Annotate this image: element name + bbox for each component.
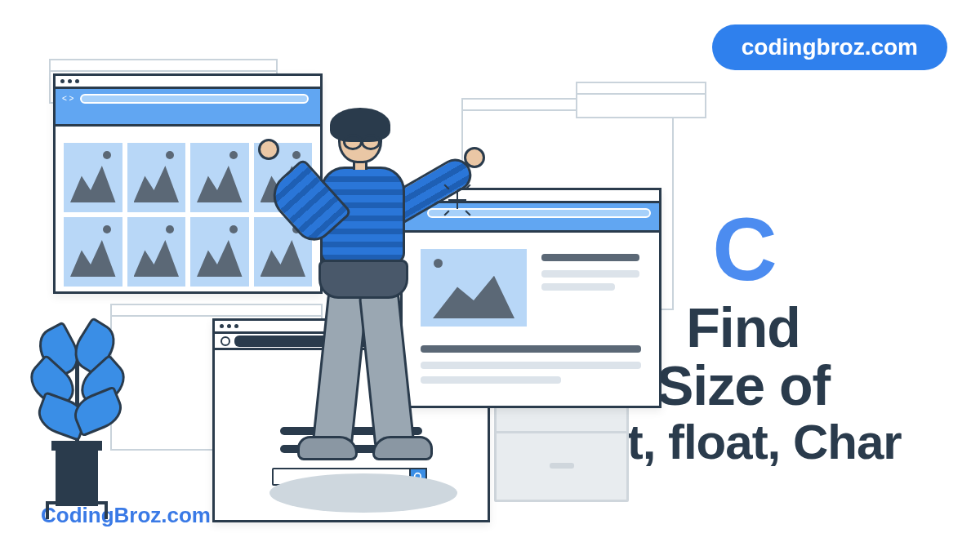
- image-thumbnail-icon: [127, 217, 186, 287]
- hero-illustration: < > < >: [8, 49, 702, 522]
- image-thumbnail-icon: [64, 217, 122, 287]
- image-thumbnail-icon: [127, 143, 186, 212]
- image-thumbnail-icon: [64, 143, 122, 212]
- image-thumbnail-icon: [190, 217, 249, 287]
- bg-window-4: [576, 82, 706, 118]
- sparkle-icon: [441, 184, 474, 216]
- image-thumbnail-icon: [190, 143, 249, 212]
- window-controls: [56, 76, 320, 89]
- person-illustration: [261, 114, 457, 506]
- plant-icon: [23, 294, 129, 506]
- glasses-icon: [343, 134, 381, 144]
- refresh-icon: [220, 336, 230, 346]
- site-badge: codingbroz.com: [712, 24, 947, 70]
- url-bar: [80, 94, 309, 104]
- browser-nav-icon: < >: [62, 94, 77, 104]
